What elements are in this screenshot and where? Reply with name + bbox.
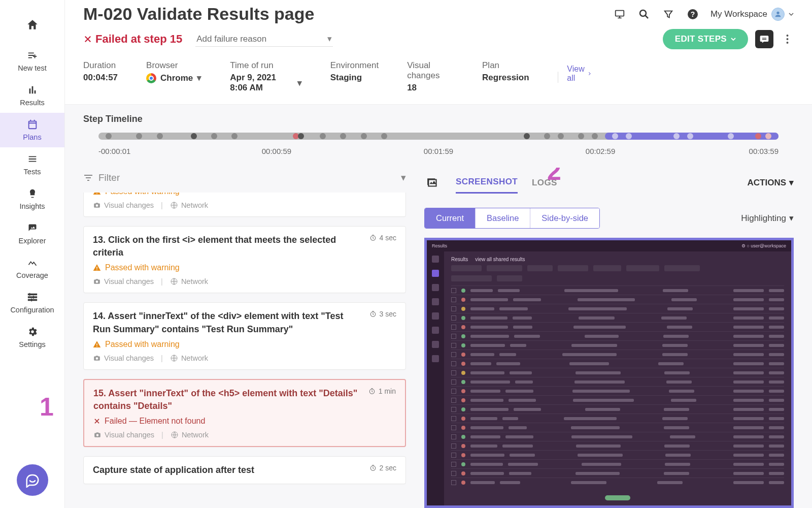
screenshot-preview[interactable]: Results⚙ ○ user@workspace Results view a… (424, 238, 794, 508)
failure-reason-select[interactable]: Add failure reason ▾ (195, 31, 333, 47)
meta-row: Duration 00:04:57 Browser Chrome▾ Time o… (83, 60, 794, 104)
clock-icon (369, 310, 377, 318)
meta-browser[interactable]: Browser Chrome▾ (146, 60, 201, 83)
globe-icon (171, 431, 179, 439)
step-card[interactable]: Passed with warning Visual changes | Net… (83, 193, 406, 217)
visual-changes-link[interactable]: Visual changes (93, 354, 154, 362)
settings-icon (26, 325, 39, 338)
sidebar-item-label: Configuration (10, 306, 54, 314)
step-card-15[interactable]: 15. Assert "innerText" of the <h5> eleme… (83, 379, 406, 447)
sidebar-item-coverage[interactable]: Coverage (0, 251, 64, 285)
sidebar-item-tests[interactable]: Tests (0, 147, 64, 182)
svg-point-6 (786, 38, 788, 40)
tab-screenshot[interactable]: SCREENSHOT (456, 172, 518, 194)
svg-point-4 (776, 11, 779, 14)
filter-input[interactable]: Filter ▾ (83, 168, 406, 193)
x-icon (83, 35, 92, 44)
sidebar-item-settings[interactable]: Settings (0, 320, 64, 355)
chevron-down-icon: ▾ (401, 172, 406, 183)
view-segment: Current Baseline Side-by-side (424, 208, 600, 229)
filter-icon[interactable] (662, 8, 675, 21)
network-link[interactable]: Network (170, 354, 208, 362)
step-card-16[interactable]: Capture state of application after test … (83, 456, 406, 484)
sidebar-item-results[interactable]: Results (0, 78, 64, 113)
chevron-down-icon: ▾ (297, 78, 302, 88)
clock-icon (369, 234, 377, 241)
page-title: M-020 Validate Results page (83, 4, 314, 24)
sidebar-item-label: Insights (20, 202, 45, 210)
search-icon[interactable] (637, 8, 651, 21)
step-status: Passed with warning (93, 263, 396, 272)
timeline-labels: -00:00:01 00:00:59 00:01:59 00:02:59 00:… (83, 147, 794, 155)
workspace-label: My Workspace (710, 9, 767, 19)
sidebar-item-label: Results (20, 99, 44, 107)
network-link[interactable]: Network (170, 277, 208, 285)
more-menu[interactable] (781, 33, 794, 46)
chrome-icon (146, 73, 156, 83)
coverage-icon (26, 256, 39, 269)
sidebar-item-label: Explorer (19, 237, 46, 245)
globe-icon (170, 201, 178, 209)
sidebar-item-label: Tests (24, 168, 41, 176)
warning-icon (93, 193, 101, 196)
notes-button[interactable] (755, 30, 773, 48)
status-badge-failed: Failed at step 15 (83, 33, 182, 46)
plans-icon (26, 118, 39, 131)
configuration-icon (26, 291, 39, 304)
visual-changes-link[interactable]: Visual changes (93, 201, 154, 209)
visual-changes-link[interactable]: Visual changes (93, 431, 154, 439)
timeline-track[interactable] (98, 133, 779, 140)
seg-current[interactable]: Current (425, 208, 476, 228)
seg-side-by-side[interactable]: Side-by-side (530, 208, 599, 228)
visual-changes-link[interactable]: Visual changes (93, 277, 154, 285)
svg-rect-0 (616, 10, 624, 16)
sidebar-item-insights[interactable]: Insights (0, 182, 64, 216)
globe-icon (170, 277, 178, 285)
step-status: Passed with warning (93, 193, 396, 196)
sidebar-item-new-test[interactable]: New test (0, 44, 64, 78)
step-card-14[interactable]: 14. Assert "innerText" of the <div> elem… (83, 302, 406, 369)
camera-icon (93, 202, 101, 209)
edit-steps-button[interactable]: EDIT STEPS (663, 29, 748, 49)
chevron-down-icon (731, 37, 736, 42)
chat-fab[interactable] (17, 464, 48, 496)
camera-icon (93, 355, 101, 362)
sidebar-item-configuration[interactable]: Configuration (0, 285, 64, 320)
clock-icon (369, 464, 377, 471)
x-icon (93, 418, 100, 425)
meta-plan: Plan Regression (482, 60, 529, 83)
step-timeline: Step Timeline (65, 104, 812, 168)
sidebar-item-label: Coverage (16, 271, 48, 279)
gallery-icon[interactable] (424, 174, 442, 192)
highlighting-menu[interactable]: Highlighting▾ (741, 213, 794, 224)
view-all-link[interactable]: View all (567, 65, 794, 83)
clock-icon (368, 388, 376, 395)
svg-point-5 (786, 35, 788, 37)
step-duration: 1 min (368, 387, 396, 395)
actions-menu[interactable]: ACTIONS▾ (748, 177, 794, 188)
workspace-menu[interactable]: My Workspace (710, 8, 794, 21)
step-duration: 4 sec (369, 234, 396, 242)
step-duration: 2 sec (369, 464, 396, 472)
meta-visual-changes: Visual changes 18 (407, 60, 454, 93)
help-icon[interactable]: ? (686, 8, 699, 21)
chevron-down-icon: ▾ (789, 177, 794, 188)
network-link[interactable]: Network (170, 201, 208, 209)
sidebar-home[interactable] (0, 9, 64, 44)
step-card-13[interactable]: 13. Click on the first <i> element that … (83, 226, 406, 293)
sidebar-item-explorer[interactable]: Explorer (0, 216, 64, 251)
meta-duration: Duration 00:04:57 (83, 60, 118, 83)
chevron-down-icon: ▾ (197, 73, 201, 83)
sidebar-item-plans[interactable]: Plans (0, 113, 64, 147)
desktop-icon[interactable] (613, 8, 626, 21)
tab-logs[interactable]: LOGS (532, 173, 557, 193)
home-icon (26, 18, 39, 31)
step-duration: 3 sec (369, 310, 396, 318)
main: M-020 Validate Results page ? My Workspa… (65, 0, 812, 508)
globe-icon (170, 354, 178, 362)
svg-text:?: ? (691, 10, 695, 18)
network-link[interactable]: Network (171, 431, 209, 439)
meta-time[interactable]: Time of run Apr 9, 2021 8:06 AM▾ (230, 60, 301, 93)
seg-baseline[interactable]: Baseline (476, 208, 530, 228)
step-status: Passed with warning (93, 340, 396, 349)
